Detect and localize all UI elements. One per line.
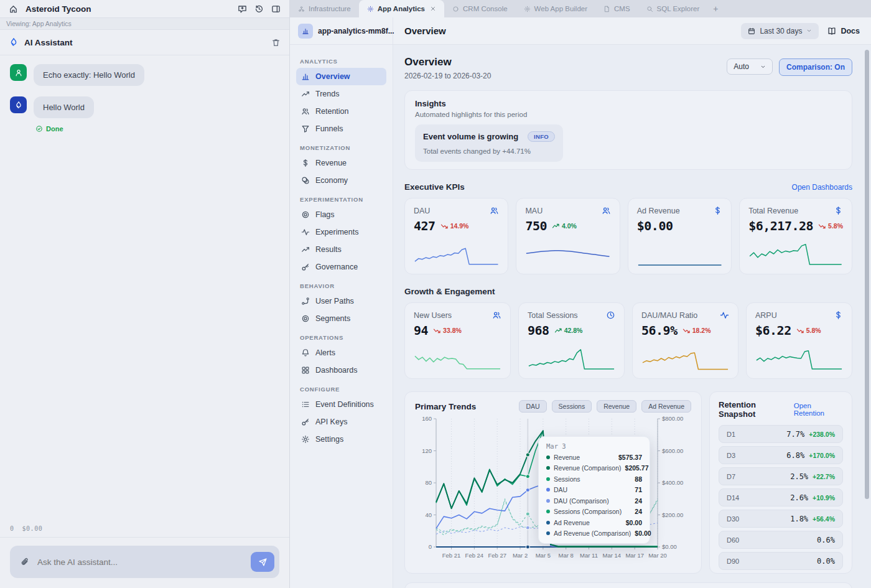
chevron-down-icon	[806, 28, 812, 34]
clear-chat-icon[interactable]	[271, 38, 281, 47]
sidebar-item-governance[interactable]: Governance	[296, 258, 386, 276]
trend-row: Primary Trends DAUSessionsRevenueAd Reve…	[404, 391, 852, 574]
kpi-label: New Users	[414, 311, 452, 320]
toggle-sessions[interactable]: Sessions	[552, 400, 592, 413]
scrollbar-thumb[interactable]	[865, 50, 869, 499]
list-icon	[301, 400, 310, 409]
trend-down-chip: 5.8%	[818, 222, 843, 230]
comparison-toggle-button[interactable]: Comparison: On	[779, 58, 852, 76]
chat-messages: Echo exactly: Hello World Hello World Do…	[0, 55, 289, 523]
kpi-value: $0.00	[637, 218, 673, 233]
app-id: app-analytics-mm8f...	[318, 27, 394, 35]
flame-icon	[14, 101, 23, 110]
sidebar-item-results[interactable]: Results	[296, 241, 386, 258]
kpi-label: DAU	[414, 207, 430, 215]
route-icon	[301, 297, 310, 306]
sidebar-item-revenue[interactable]: Revenue	[296, 154, 386, 172]
users-icon	[490, 206, 499, 215]
tab-web-app-builder[interactable]: Web App Builder	[516, 0, 595, 17]
sidebar-item-dashboards[interactable]: Dashboards	[296, 362, 386, 379]
trend-up-icon	[301, 90, 310, 98]
series-dot	[546, 521, 550, 525]
close-tab-icon[interactable]	[430, 6, 436, 12]
kpi-card-new-users: New Users9433.8%	[404, 302, 511, 379]
primary-trends-title: Primary Trends	[415, 402, 476, 411]
home-icon[interactable]	[9, 4, 18, 14]
nav-section-monetization: MONETIZATION	[300, 144, 383, 151]
trend-chart-area[interactable]: 04080120160$0.00$200.00$400.00$600.00$80…	[415, 415, 691, 564]
clock-icon	[606, 310, 615, 320]
assistant-input[interactable]	[37, 558, 243, 567]
attach-icon[interactable]	[20, 557, 30, 567]
date-range-button[interactable]: Last 30 days	[741, 23, 819, 39]
sidebar-item-settings[interactable]: Settings	[296, 431, 386, 448]
retention-row-d14: D142.6%+10.9%	[719, 488, 843, 506]
toggle-dau[interactable]: DAU	[519, 400, 546, 413]
insights-subtitle: Automated highlights for this period	[415, 111, 842, 118]
chevron-down-icon	[760, 64, 766, 70]
toggle-ad-revenue[interactable]: Ad Revenue	[641, 400, 691, 413]
series-dot	[546, 466, 550, 470]
kpi-sparkline	[641, 345, 729, 372]
tab-cms[interactable]: CMS	[595, 0, 638, 17]
new-tab-button[interactable]: +	[707, 0, 724, 17]
retention-title: Retention Snapshot	[719, 400, 794, 419]
app-header: app-analytics-mm8f... Overview Last 30 d…	[290, 17, 871, 45]
granularity-select[interactable]: Auto	[727, 58, 773, 75]
users-icon	[602, 206, 611, 215]
main-content: Overview 2026-02-19 to 2026-03-20 Auto C…	[393, 45, 871, 588]
svg-text:Feb 21: Feb 21	[442, 552, 461, 559]
assistant-message-bubble: Hello World	[34, 96, 94, 118]
sidebar-item-segments[interactable]: Segments	[296, 310, 386, 327]
tab-sql-explorer[interactable]: SQL Explorer	[638, 0, 708, 17]
open-retention-link[interactable]: Open Retention	[794, 402, 843, 417]
calendar-icon	[748, 27, 755, 35]
tab-infrastructure[interactable]: Infrastructure	[290, 0, 359, 17]
sidebar-item-experiments[interactable]: Experiments	[296, 223, 386, 241]
collapse-panel-icon[interactable]	[271, 4, 281, 14]
flame-icon	[9, 37, 19, 47]
next-section-card-partial	[404, 582, 852, 588]
kpi-label: DAU/MAU Ratio	[641, 311, 697, 320]
send-button[interactable]	[251, 552, 274, 572]
kpi-card-total-sessions: Total Sessions96842.8%	[518, 302, 625, 379]
users-icon	[492, 310, 501, 320]
sidebar-item-funnels[interactable]: Funnels	[296, 120, 386, 138]
tooltip-row-ad-revenue: Ad Revenue$0.00	[546, 519, 642, 526]
toggle-revenue[interactable]: Revenue	[597, 400, 636, 413]
sidebar-item-event-definitions[interactable]: Event Definitions	[296, 396, 386, 413]
workarea: ANALYTICSOverviewTrendsRetentionFunnelsM…	[290, 45, 871, 588]
tab-app-analytics[interactable]: App Analytics	[359, 0, 444, 17]
sidebar-item-trends[interactable]: Trends	[296, 85, 386, 103]
file-icon	[603, 6, 610, 12]
nodes-icon	[298, 6, 305, 12]
new-chat-icon[interactable]	[238, 4, 247, 14]
sidebar-item-retention[interactable]: Retention	[296, 103, 386, 120]
usage-status: 0 $0.00	[0, 523, 289, 537]
tooltip-row-sessions: Sessions88	[546, 475, 642, 483]
sidebar-item-overview[interactable]: Overview	[296, 68, 386, 85]
app-switcher[interactable]: app-analytics-mm8f...	[290, 17, 393, 44]
svg-text:160: 160	[422, 415, 432, 422]
tooltip-row-dau-comparison: DAU (Comparison)24	[546, 497, 642, 505]
svg-text:Mar 17: Mar 17	[625, 552, 644, 559]
trend-up-icon	[301, 245, 310, 254]
page-title: Overview	[404, 56, 491, 68]
tab-bar: InfrastructureApp AnalyticsCRM ConsoleWe…	[290, 0, 871, 17]
sidebar-item-economy[interactable]: Economy	[296, 172, 386, 189]
sidebar-item-user-paths[interactable]: User Paths	[296, 292, 386, 310]
trend-down-chip: 33.8%	[433, 327, 462, 334]
svg-text:Mar 20: Mar 20	[648, 552, 667, 559]
docs-button[interactable]: Docs	[827, 27, 860, 35]
svg-text:$800.00: $800.00	[662, 415, 683, 422]
tab-crm-console[interactable]: CRM Console	[444, 0, 516, 17]
gear-icon	[301, 435, 310, 444]
trend-down-chip: 5.8%	[796, 327, 821, 334]
kpi-sparkline	[528, 345, 615, 372]
kpi-sparkline	[637, 240, 722, 268]
sidebar-item-api-keys[interactable]: API Keys	[296, 413, 386, 431]
sidebar-item-alerts[interactable]: Alerts	[296, 344, 386, 362]
sidebar-item-flags[interactable]: Flags	[296, 206, 386, 223]
open-dashboards-link[interactable]: Open Dashboards	[792, 183, 852, 192]
history-icon[interactable]	[254, 4, 264, 14]
